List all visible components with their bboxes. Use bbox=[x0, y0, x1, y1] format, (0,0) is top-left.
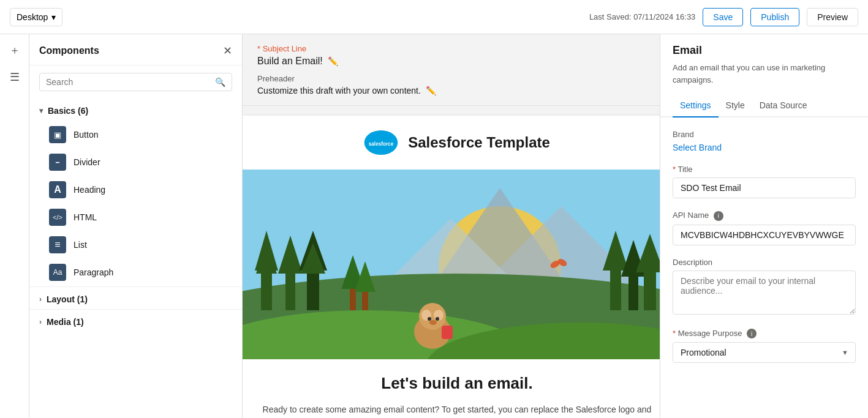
preheader-edit-icon[interactable]: ✏️ bbox=[426, 86, 436, 95]
component-html[interactable]: </> HTML bbox=[34, 204, 237, 231]
component-paragraph[interactable]: Aa Paragraph bbox=[34, 259, 237, 286]
email-header: salesforce Salesforce Template bbox=[243, 116, 660, 170]
email-canvas: salesforce Salesforce Template bbox=[243, 116, 660, 418]
subject-line-edit-icon[interactable]: ✏️ bbox=[328, 56, 338, 66]
media-chevron-icon: › bbox=[39, 318, 42, 326]
button-component-label: Button bbox=[74, 130, 98, 140]
preview-button[interactable]: Preview bbox=[807, 8, 858, 26]
right-panel-description: Add an email that you can use in marketi… bbox=[673, 62, 856, 86]
menu-icon-button[interactable]: ☰ bbox=[4, 66, 26, 88]
close-sidebar-button[interactable]: ✕ bbox=[223, 44, 232, 58]
svg-rect-16 bbox=[610, 264, 621, 310]
media-section-header[interactable]: › Media (1) bbox=[29, 309, 242, 332]
publish-button[interactable]: Publish bbox=[750, 8, 799, 26]
email-hero-image bbox=[243, 170, 660, 359]
tab-style[interactable]: Style bbox=[719, 95, 752, 118]
svg-point-29 bbox=[436, 317, 439, 321]
salesforce-logo: salesforce bbox=[364, 130, 398, 155]
message-purpose-label: Message Purpose i bbox=[673, 329, 856, 339]
component-heading[interactable]: A Heading bbox=[34, 176, 237, 203]
components-sidebar: Components ✕ 🔍 ▾ Basics (6) ▣ Button ━ D… bbox=[29, 34, 243, 418]
title-field-label: Title bbox=[673, 165, 856, 174]
divider-component-label: Divider bbox=[74, 157, 100, 167]
canvas-meta: * Subject Line Build an Email! ✏️ Prehea… bbox=[243, 34, 660, 106]
preheader-label: Preheader bbox=[257, 74, 645, 83]
svg-rect-20 bbox=[644, 266, 656, 310]
email-body-text: Ready to create some amazing email conte… bbox=[257, 403, 657, 418]
right-panel-header: Email Add an email that you can use in m… bbox=[660, 34, 868, 95]
email-body: Let's build an email. Ready to create so… bbox=[243, 359, 660, 418]
email-body-heading: Let's build an email. bbox=[257, 374, 657, 393]
right-panel: Email Add an email that you can use in m… bbox=[660, 34, 868, 418]
topbar-right: Last Saved: 07/11/2024 16:33 Save Publis… bbox=[589, 8, 858, 26]
icon-bar: ＋ ☰ bbox=[0, 34, 29, 418]
sidebar-header: Components ✕ bbox=[29, 34, 242, 65]
preheader-text: Customize this draft with your own conte… bbox=[257, 86, 421, 95]
search-input[interactable] bbox=[46, 77, 215, 87]
search-container: 🔍 bbox=[29, 65, 242, 99]
desktop-dropdown[interactable]: Desktop ▾ bbox=[10, 8, 62, 26]
api-name-info-icon[interactable]: i bbox=[714, 211, 723, 221]
search-input-wrap: 🔍 bbox=[39, 73, 232, 91]
sidebar-title: Components bbox=[39, 45, 99, 56]
topbar: Desktop ▾ Last Saved: 07/11/2024 16:33 S… bbox=[0, 0, 868, 34]
description-textarea[interactable] bbox=[673, 271, 856, 315]
email-header-title: Salesforce Template bbox=[408, 134, 550, 151]
paragraph-component-label: Paragraph bbox=[74, 267, 113, 277]
component-button[interactable]: ▣ Button bbox=[34, 121, 237, 148]
canvas-area: * Subject Line Build an Email! ✏️ Prehea… bbox=[243, 34, 660, 418]
description-label: Description bbox=[673, 258, 856, 267]
button-component-icon: ▣ bbox=[49, 126, 66, 143]
tab-settings[interactable]: Settings bbox=[673, 95, 719, 118]
svg-point-28 bbox=[428, 317, 431, 321]
save-button[interactable]: Save bbox=[703, 8, 743, 26]
right-panel-title: Email bbox=[673, 44, 856, 57]
layout-section-header[interactable]: › Layout (1) bbox=[29, 286, 242, 309]
basics-chevron-icon: ▾ bbox=[39, 106, 43, 115]
add-icon-button[interactable]: ＋ bbox=[4, 39, 26, 61]
svg-rect-11 bbox=[285, 267, 295, 310]
tab-data-source[interactable]: Data Source bbox=[752, 95, 815, 118]
desktop-label: Desktop bbox=[17, 12, 48, 22]
subject-line-label: * Subject Line bbox=[257, 44, 645, 53]
svg-point-32 bbox=[434, 304, 440, 310]
subject-line-value: Build an Email! ✏️ bbox=[257, 56, 645, 67]
dropdown-chevron-icon: ▾ bbox=[51, 12, 56, 22]
preheader-value: Customize this draft with your own conte… bbox=[257, 86, 645, 95]
svg-point-30 bbox=[429, 320, 437, 325]
paragraph-component-icon: Aa bbox=[49, 264, 66, 281]
html-component-icon: </> bbox=[49, 209, 66, 226]
message-purpose-field-group: Message Purpose i Promotional Transactio… bbox=[673, 329, 856, 364]
svg-rect-33 bbox=[442, 326, 453, 339]
plus-icon: ＋ bbox=[9, 43, 20, 58]
title-field-group: Title bbox=[673, 165, 856, 198]
brand-label: Brand bbox=[673, 130, 856, 139]
component-divider[interactable]: ━ Divider bbox=[34, 149, 237, 176]
message-purpose-info-icon[interactable]: i bbox=[747, 329, 757, 338]
api-name-label: API Name i bbox=[673, 211, 856, 221]
list-component-label: List bbox=[74, 240, 87, 250]
component-list[interactable]: ≡ List bbox=[34, 231, 237, 258]
subject-line-text: Build an Email! bbox=[257, 56, 323, 67]
select-brand-link[interactable]: Select Brand bbox=[673, 143, 722, 152]
api-name-field-group: API Name i bbox=[673, 211, 856, 245]
components-list: ▾ Basics (6) ▣ Button ━ Divider A Headin… bbox=[29, 99, 242, 418]
right-panel-tabs: Settings Style Data Source bbox=[660, 95, 868, 118]
api-name-input[interactable] bbox=[673, 225, 856, 245]
last-saved-text: Last Saved: 07/11/2024 16:33 bbox=[589, 12, 695, 21]
media-section-label: Media (1) bbox=[47, 317, 84, 327]
main-layout: ＋ ☰ Components ✕ 🔍 ▾ Basics (6) ▣ But bbox=[0, 34, 868, 418]
title-input[interactable] bbox=[673, 177, 856, 198]
layout-section-label: Layout (1) bbox=[47, 294, 88, 304]
brand-field-group: Brand Select Brand bbox=[673, 130, 856, 152]
svg-point-31 bbox=[426, 304, 432, 310]
svg-text:salesforce: salesforce bbox=[369, 141, 394, 147]
divider-component-icon: ━ bbox=[49, 154, 66, 171]
heading-component-icon: A bbox=[49, 181, 66, 198]
list-component-icon: ≡ bbox=[49, 236, 66, 253]
basics-section-header[interactable]: ▾ Basics (6) bbox=[29, 99, 242, 121]
message-purpose-select[interactable]: Promotional Transactional Other bbox=[673, 342, 856, 363]
menu-icon: ☰ bbox=[10, 70, 20, 84]
layout-chevron-icon: › bbox=[39, 295, 42, 304]
message-purpose-select-wrap: Promotional Transactional Other bbox=[673, 342, 856, 363]
